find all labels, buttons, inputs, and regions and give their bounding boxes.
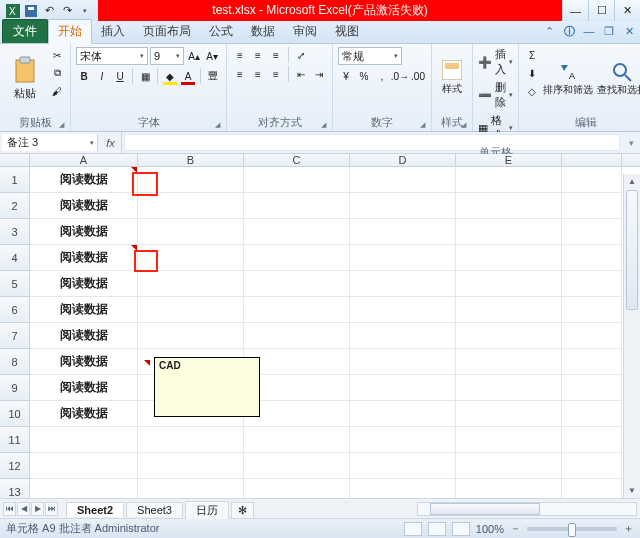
sheet-tab-sheet3[interactable]: Sheet3 (126, 502, 183, 517)
cell-B13[interactable] (138, 479, 244, 498)
autosum-icon[interactable]: Σ (524, 47, 540, 63)
row-header[interactable]: 9 (0, 375, 30, 401)
cell-A11[interactable] (30, 427, 138, 453)
align-middle-icon[interactable]: ≡ (250, 47, 266, 63)
align-center-icon[interactable]: ≡ (250, 66, 266, 82)
cell-A8[interactable]: 阅读数据 (30, 349, 138, 375)
tab-formulas[interactable]: 公式 (200, 20, 242, 43)
cell-F12[interactable] (562, 453, 622, 479)
grow-font-icon[interactable]: A▴ (186, 48, 202, 64)
cell-D5[interactable] (350, 271, 456, 297)
cell-F5[interactable] (562, 271, 622, 297)
minimize-button[interactable]: — (562, 0, 588, 21)
sheet-nav-last-icon[interactable]: ⏭ (45, 502, 58, 516)
decrease-decimal-icon[interactable]: .00 (410, 68, 426, 84)
phonetic-icon[interactable]: 豐 (205, 68, 221, 84)
border-icon[interactable]: ▦ (137, 68, 153, 84)
vscroll-thumb[interactable] (626, 190, 638, 310)
cell-C1[interactable] (244, 167, 350, 193)
workbook-minimize-icon[interactable]: — (582, 24, 596, 38)
sheet-nav-prev-icon[interactable]: ◀ (17, 502, 30, 516)
cell-B12[interactable] (138, 453, 244, 479)
tab-home[interactable]: 开始 (48, 19, 92, 44)
cell-F10[interactable] (562, 401, 622, 427)
tab-data[interactable]: 数据 (242, 20, 284, 43)
bold-button[interactable]: B (76, 68, 92, 84)
sheet-nav-next-icon[interactable]: ▶ (31, 502, 44, 516)
cut-icon[interactable]: ✂ (49, 47, 65, 63)
help-icon[interactable]: ⓘ (562, 24, 576, 38)
cell-F4[interactable] (562, 245, 622, 271)
row-header[interactable]: 1 (0, 167, 30, 193)
align-bottom-icon[interactable]: ≡ (268, 47, 284, 63)
tab-file[interactable]: 文件 (2, 19, 48, 43)
comment-popup[interactable]: CAD (154, 357, 260, 417)
align-top-icon[interactable]: ≡ (232, 47, 248, 63)
cell-D1[interactable] (350, 167, 456, 193)
cell-F2[interactable] (562, 193, 622, 219)
cell-E7[interactable] (456, 323, 562, 349)
orientation-icon[interactable]: ⤢ (293, 47, 309, 63)
cell-F8[interactable] (562, 349, 622, 375)
cell-styles-button[interactable]: 样式 (437, 47, 467, 109)
cell-C5[interactable] (244, 271, 350, 297)
close-button[interactable]: ✕ (614, 0, 640, 21)
cell-D8[interactable] (350, 349, 456, 375)
cell-A3[interactable]: 阅读数据 (30, 219, 138, 245)
font-color-icon[interactable]: A (180, 68, 196, 84)
cell-E12[interactable] (456, 453, 562, 479)
cell-F1[interactable] (562, 167, 622, 193)
cell-F3[interactable] (562, 219, 622, 245)
cell-A5[interactable]: 阅读数据 (30, 271, 138, 297)
shrink-font-icon[interactable]: A▾ (204, 48, 220, 64)
cell-A9[interactable]: 阅读数据 (30, 375, 138, 401)
cell-A1[interactable]: 阅读数据 (30, 167, 138, 193)
sheet-tab-calendar[interactable]: 日历 (185, 501, 229, 519)
cell-C6[interactable] (244, 297, 350, 323)
copy-icon[interactable]: ⧉ (49, 65, 65, 81)
fill-color-icon[interactable]: ◆ (162, 68, 178, 84)
row-header[interactable]: 3 (0, 219, 30, 245)
clear-icon[interactable]: ◇ (524, 83, 540, 99)
tab-review[interactable]: 审阅 (284, 20, 326, 43)
row-header[interactable]: 12 (0, 453, 30, 479)
tab-view[interactable]: 视图 (326, 20, 368, 43)
zoom-out-icon[interactable]: － (510, 521, 521, 536)
indent-increase-icon[interactable]: ⇥ (311, 66, 327, 82)
cell-B7[interactable] (138, 323, 244, 349)
horizontal-scrollbar[interactable] (417, 502, 637, 516)
format-painter-icon[interactable]: 🖌 (49, 83, 65, 99)
cell-C12[interactable] (244, 453, 350, 479)
cell-C4[interactable] (244, 245, 350, 271)
cell-F11[interactable] (562, 427, 622, 453)
delete-cells-button[interactable]: ➖删除▾ (478, 80, 513, 110)
cell-E5[interactable] (456, 271, 562, 297)
col-header-C[interactable]: C (244, 154, 350, 166)
cell-E4[interactable] (456, 245, 562, 271)
align-left-icon[interactable]: ≡ (232, 66, 248, 82)
cell-F7[interactable] (562, 323, 622, 349)
cell-E6[interactable] (456, 297, 562, 323)
save-icon[interactable] (24, 4, 38, 18)
cell-F13[interactable] (562, 479, 622, 498)
cell-D2[interactable] (350, 193, 456, 219)
paste-button[interactable]: 粘贴 (5, 47, 45, 109)
cell-E11[interactable] (456, 427, 562, 453)
col-header-E[interactable]: E (456, 154, 562, 166)
row-header[interactable]: 8 (0, 349, 30, 375)
undo-icon[interactable]: ↶ (42, 4, 56, 18)
cell-E3[interactable] (456, 219, 562, 245)
cell-C11[interactable] (244, 427, 350, 453)
tab-insert[interactable]: 插入 (92, 20, 134, 43)
cell-E13[interactable] (456, 479, 562, 498)
cell-D11[interactable] (350, 427, 456, 453)
cell-F6[interactable] (562, 297, 622, 323)
cell-A7[interactable]: 阅读数据 (30, 323, 138, 349)
increase-decimal-icon[interactable]: .0→ (392, 68, 408, 84)
formula-expand-icon[interactable]: ▾ (622, 132, 640, 153)
align-right-icon[interactable]: ≡ (268, 66, 284, 82)
cell-B3[interactable] (138, 219, 244, 245)
workbook-restore-icon[interactable]: ❐ (602, 24, 616, 38)
row-header[interactable]: 5 (0, 271, 30, 297)
cell-C3[interactable] (244, 219, 350, 245)
